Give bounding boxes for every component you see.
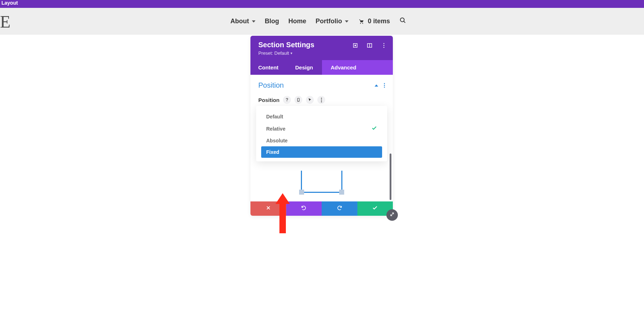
resize-handle-br [339,190,344,195]
site-logo[interactable]: E [0,11,10,31]
panel-body: Position Position ? Default Relative [250,75,393,201]
preset-selector[interactable]: Preset: Default ▾ [258,50,385,56]
cancel-button[interactable] [250,201,286,216]
settings-panel: Section Settings Preset: Default ▾ Conte… [250,36,393,216]
section-header-actions [375,83,385,88]
position-label: Position [258,97,279,103]
svg-line-3 [404,21,405,23]
top-bar-label: Layout [1,0,18,6]
tabs-spacer [365,60,393,75]
caret-down-icon: ▾ [291,51,292,55]
nav-blog-label: Blog [265,18,279,25]
nav-home-label: Home [288,18,306,25]
svg-point-1 [362,23,363,24]
more-icon[interactable] [381,42,387,49]
position-dropdown[interactable]: Default Relative Absolute Fixed [256,106,387,161]
redo-button[interactable] [322,201,357,216]
hover-cursor-icon[interactable] [306,96,314,104]
nav-about-label: About [230,18,249,25]
panel-scrollbar[interactable] [390,153,391,200]
section-title-position: Position [258,81,284,89]
option-label: Relative [266,126,286,132]
nav-portfolio[interactable]: Portfolio [316,18,348,25]
search-icon [399,17,406,26]
position-preview [258,165,385,193]
svg-point-9 [384,45,385,46]
option-default[interactable]: Default [261,111,382,122]
tab-design-label: Design [295,64,313,70]
resize-diagonal-icon [389,211,395,219]
help-icon[interactable]: ? [283,96,291,104]
svg-point-8 [384,43,385,44]
svg-point-5 [355,45,356,46]
option-label: Fixed [266,149,279,155]
chevron-down-icon [345,20,348,23]
tab-advanced[interactable]: Advanced [322,60,365,75]
builder-top-bar: Layout [0,0,644,8]
more-icon[interactable] [317,96,325,104]
panel-resize-handle[interactable] [386,209,398,221]
panel-header-actions [352,42,387,49]
section-position-header[interactable]: Position [258,81,385,89]
close-icon [266,205,271,212]
layout-split-icon[interactable] [366,42,373,49]
undo-button[interactable] [286,201,322,216]
panel-tabs: Content Design Advanced [250,60,393,75]
nav-portfolio-label: Portfolio [316,18,342,25]
option-relative[interactable]: Relative [261,122,382,135]
option-absolute[interactable]: Absolute [261,135,382,146]
nav-cart-label: 0 items [368,18,390,25]
redo-icon [337,205,342,212]
resize-handle-bl [299,190,304,195]
option-label: Absolute [266,138,288,143]
cart-icon [358,18,365,25]
nav-search[interactable] [399,17,406,26]
svg-point-0 [360,23,361,24]
check-icon [371,125,377,132]
tab-design[interactable]: Design [286,60,322,75]
position-field-row: Position ? [258,96,385,104]
tab-content[interactable]: Content [250,60,286,75]
undo-icon [301,205,307,212]
scrollbar-thumb[interactable] [390,153,391,200]
preview-frame [301,171,342,193]
nav-cart[interactable]: 0 items [358,18,390,25]
more-icon[interactable] [384,83,385,88]
tab-content-label: Content [258,64,279,70]
site-nav: E About Blog Home Portfolio 0 items [0,8,644,35]
nav-menu: About Blog Home Portfolio 0 items [230,17,406,26]
nav-about[interactable]: About [230,18,255,25]
panel-footer [250,201,393,216]
check-icon [372,205,378,212]
expand-icon[interactable] [352,42,358,49]
option-fixed[interactable]: Fixed [261,146,382,158]
nav-blog[interactable]: Blog [265,18,279,25]
panel-header: Section Settings Preset: Default ▾ [250,36,393,60]
mobile-icon[interactable] [294,96,302,104]
option-label: Default [266,114,283,119]
svg-point-10 [384,47,385,48]
svg-point-2 [400,18,404,22]
chevron-down-icon [252,20,255,23]
chevron-up-icon[interactable] [375,84,378,87]
tab-advanced-label: Advanced [331,64,356,70]
svg-line-15 [391,213,394,216]
preset-label: Preset: Default [258,50,289,56]
nav-home[interactable]: Home [288,18,306,25]
